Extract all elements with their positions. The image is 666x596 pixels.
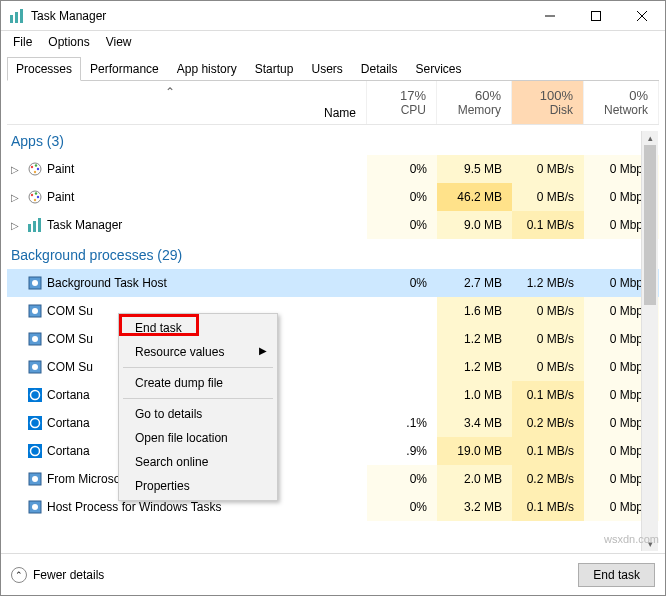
fewer-details-button[interactable]: ⌃ Fewer details bbox=[11, 567, 104, 583]
cpu-cell: 0% bbox=[367, 183, 437, 211]
svg-point-8 bbox=[31, 166, 33, 168]
close-button[interactable] bbox=[619, 1, 665, 31]
expand-icon[interactable]: ▷ bbox=[7, 164, 23, 175]
com-icon bbox=[27, 331, 43, 347]
memory-cell: 1.0 MB bbox=[437, 381, 512, 409]
cpu-cell: 0% bbox=[367, 493, 437, 521]
process-row[interactable]: COM Su1.2 MB0 MB/s0 Mbps bbox=[7, 325, 659, 353]
disk-cell: 0 MB/s bbox=[512, 325, 584, 353]
disk-cell: 0.1 MB/s bbox=[512, 437, 584, 465]
scroll-up-icon[interactable]: ▴ bbox=[642, 131, 658, 145]
tab-strip: ProcessesPerformanceApp historyStartupUs… bbox=[7, 56, 659, 81]
disk-cell: 1.2 MB/s bbox=[512, 269, 584, 297]
paint-icon bbox=[27, 189, 43, 205]
process-row[interactable]: Cortana.9%19.0 MB0.1 MB/s0 Mbps bbox=[7, 437, 659, 465]
column-disk[interactable]: 100% Disk bbox=[512, 81, 584, 124]
column-network[interactable]: 0% Network bbox=[584, 81, 659, 124]
cpu-cell: 0% bbox=[367, 211, 437, 239]
menu-separator bbox=[123, 367, 273, 368]
cog-icon bbox=[27, 275, 43, 291]
expand-icon[interactable]: ▷ bbox=[7, 220, 23, 231]
disk-cell: 0 MB/s bbox=[512, 297, 584, 325]
column-name-label: Name bbox=[324, 106, 356, 120]
disk-cell: 0 MB/s bbox=[512, 353, 584, 381]
tab-services[interactable]: Services bbox=[407, 57, 471, 81]
cog-icon bbox=[27, 471, 43, 487]
tab-startup[interactable]: Startup bbox=[246, 57, 303, 81]
svg-point-10 bbox=[37, 168, 39, 170]
svg-point-9 bbox=[35, 164, 37, 166]
vertical-scrollbar[interactable]: ▴ ▾ bbox=[641, 131, 658, 551]
svg-point-23 bbox=[32, 308, 38, 314]
end-task-button[interactable]: End task bbox=[578, 563, 655, 587]
svg-rect-0 bbox=[10, 15, 13, 23]
cog-icon bbox=[27, 499, 43, 515]
memory-cell: 19.0 MB bbox=[437, 437, 512, 465]
context-go-to-details[interactable]: Go to details bbox=[121, 402, 275, 426]
menu-file[interactable]: File bbox=[5, 33, 40, 51]
process-name: Background Task Host bbox=[47, 276, 367, 290]
memory-cell: 2.0 MB bbox=[437, 465, 512, 493]
column-name[interactable]: ⌃ Name bbox=[7, 81, 367, 124]
context-create-dump-file[interactable]: Create dump file bbox=[121, 371, 275, 395]
tab-users[interactable]: Users bbox=[302, 57, 351, 81]
svg-point-37 bbox=[32, 504, 38, 510]
disk-cell: 0.1 MB/s bbox=[512, 381, 584, 409]
tab-processes[interactable]: Processes bbox=[7, 57, 81, 81]
maximize-button[interactable] bbox=[573, 1, 619, 31]
context-open-file-location[interactable]: Open file location bbox=[121, 426, 275, 450]
svg-point-14 bbox=[35, 192, 37, 194]
process-row[interactable]: Background Task Host0%2.7 MB1.2 MB/s0 Mb… bbox=[7, 269, 659, 297]
column-cpu[interactable]: 17% CPU bbox=[367, 81, 437, 124]
process-row[interactable]: ▷Task Manager0%9.0 MB0.1 MB/s0 Mbps bbox=[7, 211, 659, 239]
memory-cell: 3.2 MB bbox=[437, 493, 512, 521]
svg-point-21 bbox=[32, 280, 38, 286]
process-row[interactable]: ▷Paint0%46.2 MB0 MB/s0 Mbps bbox=[7, 183, 659, 211]
context-properties[interactable]: Properties bbox=[121, 474, 275, 498]
process-row[interactable]: Cortana.1%3.4 MB0.2 MB/s0 Mbps bbox=[7, 409, 659, 437]
cpu-cell: .9% bbox=[367, 437, 437, 465]
context-end-task[interactable]: End task bbox=[121, 316, 275, 340]
cpu-cell bbox=[367, 325, 437, 353]
column-memory[interactable]: 60% Memory bbox=[437, 81, 512, 124]
process-row[interactable]: COM Su1.2 MB0 MB/s0 Mbps bbox=[7, 353, 659, 381]
column-headers: ⌃ Name 17% CPU 60% Memory 100% Disk 0% N… bbox=[7, 81, 659, 125]
svg-point-25 bbox=[32, 336, 38, 342]
cpu-cell bbox=[367, 353, 437, 381]
process-row[interactable]: COM Su1.6 MB0 MB/s0 Mbps bbox=[7, 297, 659, 325]
svg-rect-4 bbox=[592, 11, 601, 20]
memory-cell: 2.7 MB bbox=[437, 269, 512, 297]
menu-view[interactable]: View bbox=[98, 33, 140, 51]
tab-details[interactable]: Details bbox=[352, 57, 407, 81]
group-header: Background processes (29) bbox=[7, 239, 659, 269]
memory-cell: 1.2 MB bbox=[437, 353, 512, 381]
scrollbar-thumb[interactable] bbox=[644, 145, 656, 305]
process-name: Host Process for Windows Tasks bbox=[47, 500, 367, 514]
process-row[interactable]: ▷Paint0%9.5 MB0 MB/s0 Mbps bbox=[7, 155, 659, 183]
minimize-button[interactable] bbox=[527, 1, 573, 31]
menu-options[interactable]: Options bbox=[40, 33, 97, 51]
disk-cell: 0.2 MB/s bbox=[512, 409, 584, 437]
context-resource-values[interactable]: Resource values▶ bbox=[121, 340, 275, 364]
svg-rect-18 bbox=[33, 221, 36, 232]
cpu-cell: 0% bbox=[367, 465, 437, 493]
process-name: Paint bbox=[47, 190, 367, 204]
process-row[interactable]: Host Process for Windows Tasks0%3.2 MB0.… bbox=[7, 493, 659, 521]
footer: ⌃ Fewer details End task bbox=[1, 553, 665, 595]
svg-point-11 bbox=[34, 171, 36, 173]
tab-app-history[interactable]: App history bbox=[168, 57, 246, 81]
expand-icon[interactable]: ▷ bbox=[7, 192, 23, 203]
group-header: Apps (3) bbox=[7, 125, 659, 155]
tab-performance[interactable]: Performance bbox=[81, 57, 168, 81]
context-menu: End taskResource values▶Create dump file… bbox=[118, 313, 278, 501]
cpu-cell: 0% bbox=[367, 269, 437, 297]
memory-cell: 3.4 MB bbox=[437, 409, 512, 437]
cpu-cell bbox=[367, 297, 437, 325]
process-row[interactable]: From Microsoft Background Ta...0%2.0 MB0… bbox=[7, 465, 659, 493]
cortana-icon bbox=[27, 443, 43, 459]
process-row[interactable]: Cortana1.0 MB0.1 MB/s0 Mbps bbox=[7, 381, 659, 409]
com-icon bbox=[27, 359, 43, 375]
context-search-online[interactable]: Search online bbox=[121, 450, 275, 474]
svg-rect-19 bbox=[38, 218, 41, 232]
sort-icon: ⌃ bbox=[165, 85, 175, 99]
